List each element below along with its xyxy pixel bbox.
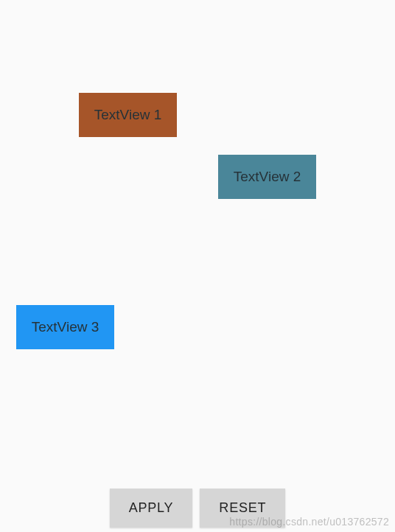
textview-2: TextView 2 bbox=[218, 155, 316, 199]
textview-1: TextView 1 bbox=[79, 93, 177, 137]
textview-3: TextView 3 bbox=[16, 305, 114, 349]
apply-button[interactable]: APPLY bbox=[110, 489, 193, 528]
reset-button[interactable]: RESET bbox=[200, 489, 285, 528]
button-row: APPLY RESET bbox=[0, 489, 395, 528]
